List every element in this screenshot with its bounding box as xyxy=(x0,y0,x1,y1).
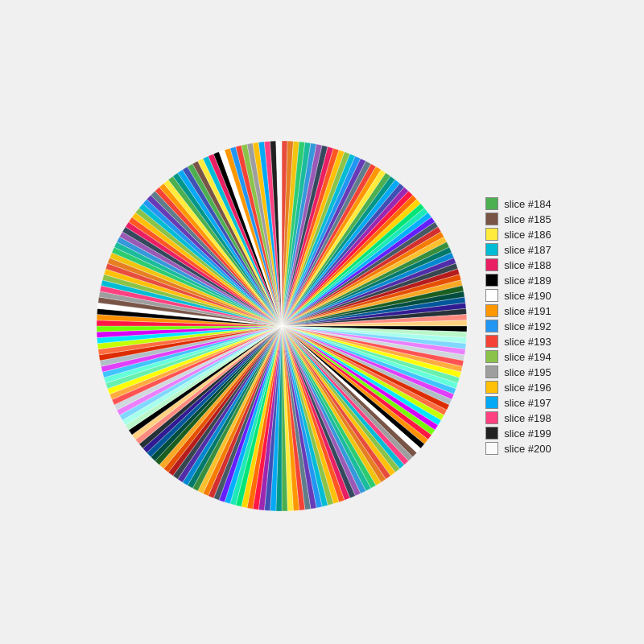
legend-color-box xyxy=(485,258,498,271)
legend-label: slice #200 xyxy=(504,443,551,455)
legend-label: slice #194 xyxy=(504,351,551,363)
legend-color-box xyxy=(485,335,498,348)
legend-item: slice #193 xyxy=(485,335,551,348)
legend-color-box xyxy=(485,197,498,210)
legend-color-box xyxy=(485,381,498,394)
legend-item: slice #200 xyxy=(485,442,551,455)
legend-label: slice #199 xyxy=(504,427,551,440)
legend-item: slice #184 xyxy=(485,197,551,210)
legend-item: slice #188 xyxy=(485,258,551,271)
legend-color-box xyxy=(485,274,498,287)
legend: slice #184slice #185slice #186slice #187… xyxy=(485,197,551,455)
legend-color-box xyxy=(485,350,498,363)
chart-body: slice #184slice #185slice #186slice #187… xyxy=(0,24,644,644)
legend-color-box xyxy=(485,243,498,256)
legend-label: slice #187 xyxy=(504,244,551,256)
legend-item: slice #190 xyxy=(485,289,551,302)
legend-label: slice #189 xyxy=(504,275,551,287)
legend-color-box xyxy=(485,320,498,332)
legend-label: slice #184 xyxy=(504,198,551,210)
legend-color-box xyxy=(485,442,498,455)
legend-label: slice #190 xyxy=(504,290,551,302)
legend-label: slice #191 xyxy=(504,305,551,317)
legend-item: slice #195 xyxy=(485,365,551,378)
legend-item: slice #185 xyxy=(485,213,551,225)
legend-item: slice #186 xyxy=(485,228,551,241)
legend-label: slice #197 xyxy=(504,397,551,409)
legend-label: slice #195 xyxy=(504,366,551,378)
legend-item: slice #194 xyxy=(485,350,551,363)
legend-color-box xyxy=(485,304,498,317)
legend-label: slice #186 xyxy=(504,229,551,241)
legend-color-box xyxy=(485,213,498,225)
legend-color-box xyxy=(485,427,498,440)
legend-color-box xyxy=(485,396,498,409)
legend-item: slice #198 xyxy=(485,411,551,424)
legend-item: slice #196 xyxy=(485,381,551,394)
legend-label: slice #196 xyxy=(504,382,551,394)
legend-color-box xyxy=(485,228,498,241)
legend-color-box xyxy=(485,411,498,424)
legend-color-box xyxy=(485,289,498,302)
legend-item: slice #187 xyxy=(485,243,551,256)
legend-item: slice #191 xyxy=(485,304,551,317)
legend-label: slice #193 xyxy=(504,336,551,348)
legend-color-box xyxy=(485,365,498,378)
legend-item: slice #199 xyxy=(485,427,551,440)
pie-wrapper xyxy=(93,137,471,515)
legend-label: slice #188 xyxy=(504,259,551,271)
pie-chart xyxy=(93,137,471,515)
legend-label: slice #198 xyxy=(504,412,551,424)
chart-container: slice #184slice #185slice #186slice #187… xyxy=(0,0,644,644)
legend-label: slice #185 xyxy=(504,213,551,225)
legend-item: slice #189 xyxy=(485,274,551,287)
legend-item: slice #192 xyxy=(485,320,551,332)
legend-item: slice #197 xyxy=(485,396,551,409)
legend-label: slice #192 xyxy=(504,320,551,332)
